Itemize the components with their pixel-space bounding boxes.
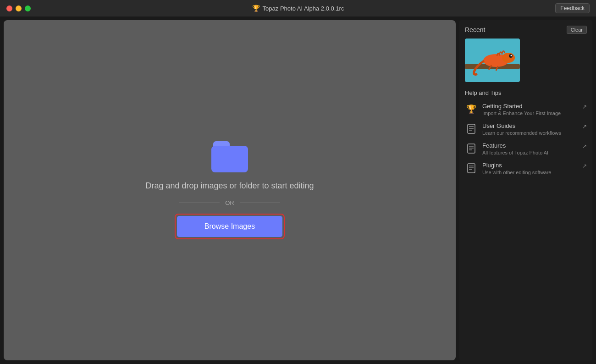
user-guides-icon: [465, 122, 478, 135]
svg-rect-16: [468, 164, 475, 173]
minimize-button[interactable]: [16, 6, 22, 11]
doc-icon-2: [466, 163, 477, 174]
help-item-user-guides[interactable]: User Guides Learn our recommended workfl…: [465, 122, 587, 136]
close-button[interactable]: [6, 6, 12, 11]
folder-body: [211, 146, 248, 172]
help-tips-label: Help and Tips: [465, 89, 587, 96]
svg-rect-12: [468, 144, 475, 153]
clear-button[interactable]: Clear: [567, 26, 587, 34]
divider-right: [240, 203, 280, 203]
getting-started-title: Getting Started: [482, 103, 578, 110]
features-subtitle: All features of Topaz Photo AI: [482, 150, 578, 155]
feedback-button[interactable]: Feedback: [555, 3, 590, 13]
doc-icon-0: [466, 123, 477, 134]
recent-thumbnail[interactable]: [465, 39, 520, 82]
plugins-icon: [465, 162, 478, 175]
folder-icon: [211, 141, 248, 172]
doc-icon-1: [466, 143, 477, 154]
sidebar: Recent Clear: [459, 20, 592, 360]
getting-started-subtitle: Import & Enhance Your First Image: [482, 110, 578, 116]
divider-left: [179, 203, 220, 203]
titlebar: 🏆 Topaz Photo AI Alpha 2.0.0.1rc Feedbac…: [0, 0, 596, 17]
window-controls: [6, 6, 31, 11]
or-divider: OR: [179, 199, 280, 206]
user-guides-text: User Guides Learn our recommended workfl…: [482, 122, 578, 136]
recent-header: Recent Clear: [465, 26, 587, 34]
svg-rect-8: [468, 124, 475, 133]
features-text: Features All features of Topaz Photo AI: [482, 142, 578, 155]
plugins-text: Plugins Use with other editing software: [482, 162, 578, 175]
drop-zone-content: Drag and drop images or folder to start …: [145, 141, 314, 239]
browse-button-wrapper: Browse Images: [175, 214, 285, 239]
getting-started-text: Getting Started Import & Enhance Your Fi…: [482, 103, 578, 116]
topaz-icon: 🏆: [252, 5, 260, 12]
browse-images-button[interactable]: Browse Images: [177, 216, 282, 237]
external-link-icon-0: ↗: [582, 104, 587, 110]
external-link-icon-3: ↗: [582, 163, 587, 169]
getting-started-icon: 🏆: [465, 103, 478, 116]
help-item-plugins[interactable]: Plugins Use with other editing software …: [465, 162, 587, 175]
features-icon: [465, 142, 478, 155]
recent-label: Recent: [465, 26, 485, 33]
help-item-features[interactable]: Features All features of Topaz Photo AI …: [465, 142, 587, 155]
maximize-button[interactable]: [25, 6, 31, 11]
main-container: Drag and drop images or folder to start …: [0, 17, 596, 364]
drop-text: Drag and drop images or folder to start …: [145, 180, 314, 192]
external-link-icon-1: ↗: [582, 123, 587, 130]
chameleon-image: [465, 39, 520, 82]
user-guides-subtitle: Learn our recommended workflows: [482, 130, 578, 136]
or-text: OR: [225, 199, 234, 206]
app-title: 🏆 Topaz Photo AI Alpha 2.0.0.1rc: [252, 5, 344, 12]
help-item-getting-started[interactable]: 🏆 Getting Started Import & Enhance Your …: [465, 103, 587, 116]
title-text: Topaz Photo AI Alpha 2.0.0.1rc: [263, 5, 344, 12]
topaz-small-icon: 🏆: [466, 104, 476, 114]
user-guides-title: User Guides: [482, 122, 578, 129]
svg-point-5: [511, 55, 512, 56]
plugins-subtitle: Use with other editing software: [482, 170, 578, 175]
external-link-icon-2: ↗: [582, 143, 587, 149]
features-title: Features: [482, 142, 578, 149]
svg-point-3: [502, 53, 515, 63]
chameleon-svg: [465, 39, 520, 82]
drop-zone-area[interactable]: Drag and drop images or folder to start …: [4, 20, 456, 360]
plugins-title: Plugins: [482, 162, 578, 169]
